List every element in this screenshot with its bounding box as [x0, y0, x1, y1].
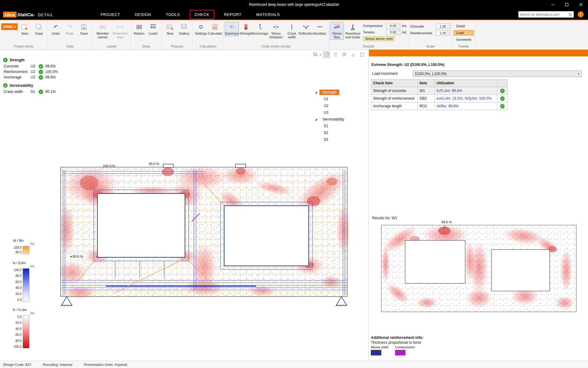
member-names-button[interactable]: Member names: [94, 22, 111, 40]
table-row[interactable]: Strength of reinforcement GB2 εs/εs,lim:…: [371, 95, 508, 102]
main-canvas[interactable]: ✓ Strength Concrete U2 ✓ 99.6% Reinforce…: [0, 50, 369, 361]
maximize-button[interactable]: [560, 0, 574, 9]
home-view-button[interactable]: ⌂: [350, 51, 356, 58]
cell-utilization: εs/εs,lim: 15.5%, fs/fy,lim: 100.0%: [435, 95, 497, 102]
scale-reinforcement-spinner[interactable]: ▲ ▼: [447, 31, 450, 35]
tree-item-u2[interactable]: U2: [315, 102, 355, 109]
minimize-button[interactable]: [546, 0, 560, 9]
strength-button[interactable]: Strength: [239, 22, 253, 36]
undo-button[interactable]: ↶ Undo: [49, 22, 63, 36]
header-utilization[interactable]: Utilization: [435, 79, 497, 87]
header-item[interactable]: Item: [417, 79, 435, 87]
anchorage-button[interactable]: Anchorage: [253, 22, 267, 36]
compression-input[interactable]: -0.03 ▲ ▼: [386, 23, 401, 29]
new-project-item-button[interactable]: New: [18, 22, 32, 36]
legend-tick: 20.0: [16, 292, 21, 296]
tree-item-strength[interactable]: Strength: [319, 90, 339, 95]
results-settings: Compression -0.03 ▲ ▼ ksi Tension 0.00: [362, 22, 407, 41]
summary-row-reinforcement: Reinforcement U2 ✓ 100.0%: [3, 69, 62, 75]
save-button[interactable]: Save: [77, 22, 91, 36]
expander-icon[interactable]: ◢: [315, 118, 319, 121]
search-field[interactable]: [518, 11, 574, 18]
header-check-item[interactable]: Check item: [371, 79, 418, 87]
menu-materials[interactable]: MATERIALS: [249, 10, 287, 19]
expander-icon[interactable]: ◢: [315, 91, 319, 94]
calculate-button[interactable]: Calculate: [208, 22, 222, 36]
tree-item-s3[interactable]: S3: [315, 136, 355, 143]
scale-reinforcement-input[interactable]: 1.00 ▲ ▼: [436, 30, 451, 36]
menu-project[interactable]: PROJECT: [93, 10, 127, 19]
deflection-button[interactable]: Deflection: [299, 22, 313, 36]
tree-item-u1[interactable]: U1: [315, 96, 355, 102]
fit-to-screen-button[interactable]: [359, 51, 365, 58]
info-icon[interactable]: i: [578, 11, 584, 17]
group-label-scale: Scale: [410, 44, 451, 49]
table-row[interactable]: Anchorage length RO1 τb/fbu: 99.6% ✓: [371, 102, 508, 110]
menu-tools[interactable]: TOOLS: [158, 10, 187, 19]
stress-limitation-button[interactable]: Stress limitation: [267, 22, 285, 40]
tree-item-s2[interactable]: S2: [315, 129, 355, 136]
gallery-button[interactable]: Gallery: [177, 22, 191, 36]
chevron-down-icon: ▾: [578, 72, 579, 75]
menu-design[interactable]: DESIGN: [127, 10, 158, 19]
palette-detail-option[interactable]: Detail: [454, 23, 474, 29]
new-picture-button[interactable]: New: [163, 22, 177, 36]
tree-group-strength[interactable]: ◢ Strength: [315, 89, 355, 96]
auxiliary-button[interactable]: ••• Auxiliary: [313, 22, 327, 36]
stress-above-yield-toggle[interactable]: Stress above yield: [363, 36, 395, 41]
table-row[interactable]: Strength of concrete W1 fc/f'c,lim: 99.6…: [371, 87, 508, 95]
menu-report[interactable]: REPORT: [217, 10, 249, 19]
close-button[interactable]: [574, 0, 588, 9]
stress-flow-button[interactable]: Stress flow: [330, 22, 344, 40]
tree-group-serviceability[interactable]: ◢ Serviceability: [315, 116, 355, 123]
rebars-button[interactable]: Rebars: [132, 22, 146, 36]
ellipsis-icon: •••: [316, 23, 324, 31]
logo-idea: idea: [3, 12, 17, 17]
tension-input[interactable]: 0.00 ▲ ▼: [386, 30, 401, 35]
spin-up-icon[interactable]: ▲: [447, 31, 450, 33]
spin-up-icon[interactable]: ▲: [398, 24, 401, 26]
summary-gauge-icon: [228, 23, 236, 31]
view-cube-button[interactable]: [323, 51, 330, 58]
compression-spinner[interactable]: ▲ ▼: [397, 24, 401, 28]
section-cube-button[interactable]: [341, 51, 348, 58]
spin-up-icon[interactable]: ▲: [447, 24, 450, 26]
dimension-lines-button[interactable]: Dimension lines: [111, 22, 129, 40]
loads-button[interactable]: Loads: [146, 22, 160, 36]
load-increment-dropdown[interactable]: D100.0%, L100.0% ▾: [413, 71, 582, 77]
scale-concrete-spinner[interactable]: ▲ ▼: [447, 24, 450, 29]
search-input[interactable]: [520, 13, 568, 16]
title-bar: Reinforced deep beam with large openings…: [0, 0, 588, 9]
crack-width-button[interactable]: Crack width: [285, 22, 299, 40]
zoom-button[interactable]: [312, 51, 319, 58]
scale-concrete-input[interactable]: 1.00 ▲ ▼: [436, 24, 451, 29]
legend-tick: 60.0: [16, 280, 21, 284]
tree-item-u3[interactable]: U3: [315, 109, 355, 116]
redo-button[interactable]: ↷ Redo: [63, 22, 77, 36]
palette-load-option[interactable]: Load: [454, 30, 474, 36]
spin-down-icon[interactable]: ▼: [447, 33, 450, 36]
tension-spinner[interactable]: ▲ ▼: [397, 30, 401, 35]
tree-item-s1[interactable]: S1: [315, 123, 355, 129]
copy-button[interactable]: Copy: [32, 22, 46, 36]
detail-stress-visualization[interactable]: [381, 224, 577, 313]
menu-check[interactable]: CHECK: [190, 10, 214, 19]
legend-concrete: fc / f'c,lim [%] 0.0 20.0 40.0 60.0 80.0…: [13, 308, 34, 348]
legend-tick: 100.0: [14, 345, 21, 348]
member-names-label: Member names: [94, 32, 111, 39]
spin-down-icon[interactable]: ▼: [398, 32, 401, 35]
tree-item-serviceability[interactable]: Serviceability: [319, 117, 347, 122]
beam-visualization[interactable]: 100.0 % 99.6 % 99.6 %: [60, 164, 349, 308]
settings-button[interactable]: ⚙ Settings: [194, 22, 208, 36]
drm1-dropdown[interactable]: DRM1 ▾: [1, 23, 18, 30]
spin-down-icon[interactable]: ▼: [447, 26, 450, 29]
spin-up-icon[interactable]: ▲: [398, 30, 401, 33]
stress-flow-label: Stress flow: [330, 32, 343, 39]
spin-down-icon[interactable]: ▼: [398, 26, 401, 28]
gallery-pages-button[interactable]: [332, 51, 339, 58]
palette-options: Detail Load Increment: [454, 22, 474, 42]
palette-increment-option[interactable]: Increment: [454, 37, 474, 42]
zoom-chevron-icon[interactable]: ▾: [320, 53, 321, 56]
summary-button[interactable]: Summary: [225, 22, 239, 36]
reactions-and-loads-button[interactable]: Reactions and loads: [344, 22, 362, 40]
